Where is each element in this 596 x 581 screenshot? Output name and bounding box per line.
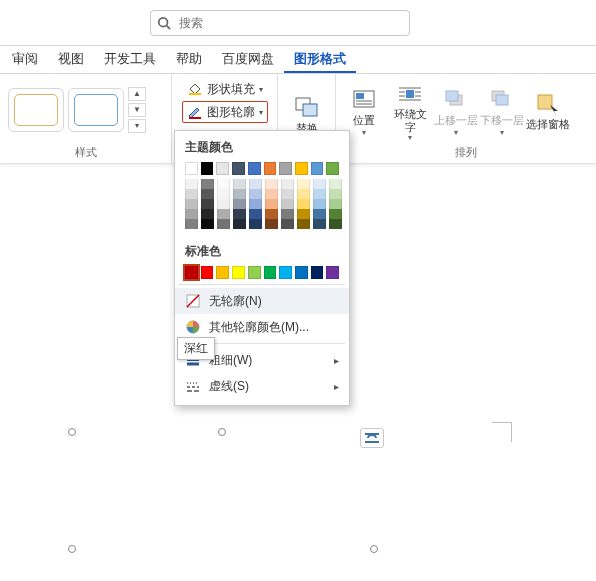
color-swatch[interactable] [281,209,294,219]
color-swatch[interactable] [311,162,324,175]
color-swatch[interactable] [185,179,198,189]
resize-handle-e[interactable] [370,545,378,553]
style-thumb-1[interactable] [8,88,64,132]
color-swatch[interactable] [297,179,310,189]
color-swatch[interactable] [217,209,230,219]
color-swatch[interactable] [313,199,326,209]
color-swatch[interactable] [185,189,198,199]
color-swatch[interactable] [248,266,261,279]
color-swatch[interactable] [249,199,262,209]
tab-devtools[interactable]: 开发工具 [94,46,166,73]
color-swatch[interactable] [201,209,214,219]
ribbon-tabs: 审阅 视图 开发工具 帮助 百度网盘 图形格式 [0,46,596,74]
color-swatch[interactable] [185,266,198,279]
color-swatch[interactable] [326,266,339,279]
color-swatch[interactable] [265,179,278,189]
color-swatch[interactable] [249,209,262,219]
color-swatch[interactable] [217,199,230,209]
color-swatch[interactable] [201,189,214,199]
color-swatch[interactable] [313,219,326,229]
style-down-button[interactable]: ▼ [128,103,146,117]
color-swatch[interactable] [265,219,278,229]
position-button[interactable]: 位置 ▾ [342,83,386,136]
color-swatch[interactable] [297,189,310,199]
layout-options-button[interactable] [360,428,384,448]
shape-fill-button[interactable]: 形状填充 ▾ [182,78,268,100]
tab-baidu-netdisk[interactable]: 百度网盘 [212,46,284,73]
color-swatch[interactable] [233,219,246,229]
color-swatch[interactable] [232,162,245,175]
color-swatch[interactable] [281,179,294,189]
chevron-down-icon: ▾ [259,85,263,94]
color-swatch[interactable] [313,209,326,219]
resize-handle-nw[interactable] [68,428,76,436]
color-swatch[interactable] [329,189,342,199]
color-swatch[interactable] [297,199,310,209]
tab-shape-format[interactable]: 图形格式 [284,46,356,73]
send-backward-button[interactable]: 下移一层 ▾ [480,83,524,136]
shape-outline-button[interactable]: 图形轮廓 ▾ [182,101,268,123]
color-swatch[interactable] [185,219,198,229]
style-thumb-2[interactable] [68,88,124,132]
outline-dashes-item[interactable]: 虚线(S) ▸ [175,373,349,399]
selection-pane-button[interactable]: 选择窗格 [526,87,570,132]
color-swatch[interactable] [201,179,214,189]
color-swatch[interactable] [201,266,214,279]
color-swatch[interactable] [265,189,278,199]
color-swatch[interactable] [313,179,326,189]
tab-help[interactable]: 帮助 [166,46,212,73]
color-swatch[interactable] [279,266,292,279]
color-swatch[interactable] [281,219,294,229]
color-swatch[interactable] [329,209,342,219]
style-up-button[interactable]: ▲ [128,87,146,101]
wrap-text-button[interactable]: 环绕文 字 ▾ [388,78,432,140]
color-swatch[interactable] [265,209,278,219]
color-swatch[interactable] [279,162,292,175]
position-label: 位置 [353,113,375,128]
color-swatch[interactable] [249,189,262,199]
style-more-button[interactable]: ▾ [128,119,146,133]
color-swatch[interactable] [313,189,326,199]
color-swatch[interactable] [264,266,277,279]
color-swatch[interactable] [233,189,246,199]
color-swatch[interactable] [185,199,198,209]
color-swatch[interactable] [297,219,310,229]
color-swatch[interactable] [297,209,310,219]
color-swatch[interactable] [216,266,229,279]
tab-review[interactable]: 审阅 [2,46,48,73]
color-swatch[interactable] [329,219,342,229]
resize-handle-n[interactable] [218,428,226,436]
color-swatch[interactable] [233,209,246,219]
color-swatch[interactable] [295,162,308,175]
color-swatch[interactable] [185,162,198,175]
color-swatch[interactable] [233,179,246,189]
color-swatch[interactable] [249,179,262,189]
color-swatch[interactable] [216,162,229,175]
color-swatch[interactable] [248,162,261,175]
search-input[interactable] [177,15,403,31]
resize-handle-w[interactable] [68,545,76,553]
search-box[interactable] [150,10,410,36]
color-swatch[interactable] [201,162,214,175]
color-swatch[interactable] [233,199,246,209]
color-swatch[interactable] [311,266,324,279]
color-swatch[interactable] [201,219,214,229]
color-swatch[interactable] [265,199,278,209]
no-outline-item[interactable]: 无轮廓(N) [175,288,349,314]
color-swatch[interactable] [232,266,245,279]
color-swatch[interactable] [295,266,308,279]
color-swatch[interactable] [281,189,294,199]
color-swatch[interactable] [264,162,277,175]
color-swatch[interactable] [326,162,339,175]
tab-view[interactable]: 视图 [48,46,94,73]
color-swatch[interactable] [217,219,230,229]
color-swatch[interactable] [281,199,294,209]
bring-forward-button[interactable]: 上移一层 ▾ [434,83,478,136]
color-swatch[interactable] [249,219,262,229]
color-swatch[interactable] [329,199,342,209]
color-swatch[interactable] [217,179,230,189]
color-swatch[interactable] [329,179,342,189]
color-swatch[interactable] [185,209,198,219]
color-swatch[interactable] [201,199,214,209]
color-swatch[interactable] [217,189,230,199]
